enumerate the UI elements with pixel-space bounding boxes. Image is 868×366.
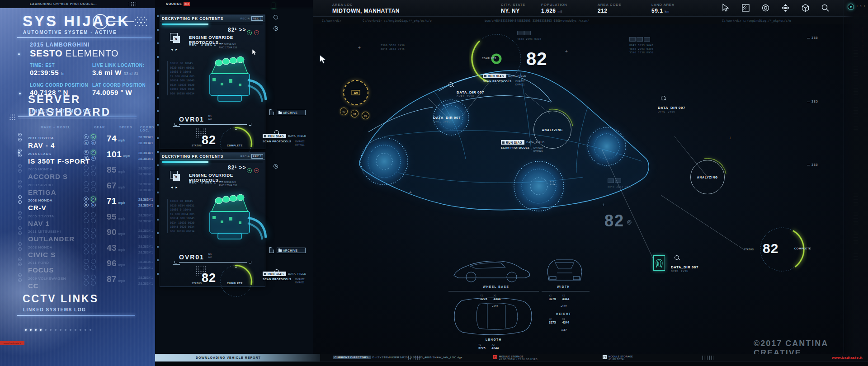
gold-node[interactable]: 86: [362, 112, 369, 119]
vehicle-schematics: WHEEL BASE Y23275 X24344 +137 WIDTH Y232…: [448, 254, 604, 353]
rec-line: REC - 3 SEC 1: [189, 43, 216, 46]
signal-icons: [18, 133, 22, 143]
signal-icons: [18, 211, 22, 221]
decrypt-column: DECRYPTING PK CONTENTS REC-A REC 1 82¹ >…: [155, 0, 313, 366]
table-row[interactable]: 2006 TOYOTANAV 1 95mph 28.3834'128.3834'…: [17, 211, 154, 227]
playback-controls[interactable]: ◂ ▸: [171, 185, 178, 189]
row-coords: 28.3834'128.3834'1: [138, 244, 153, 255]
search-icon[interactable]: [821, 4, 830, 12]
gold-node[interactable]: 98: [351, 110, 359, 117]
search-icon[interactable]: [274, 130, 280, 136]
table-row[interactable]: 2015 LEXUSIS 350T F-SPORT PDRN 101mph 28…: [17, 149, 154, 164]
table-row[interactable]: 2003 SUZUKIERTIGA 67mph 28.3834'128.3834…: [17, 180, 154, 196]
search-icon[interactable]: [661, 96, 666, 101]
cmd-mid: C:/work>dir s:/engineDiag./*_pkg/os/s/p: [363, 19, 432, 23]
playback-controls[interactable]: ◂ ▸: [171, 47, 178, 52]
gauge-value: 82: [526, 49, 547, 69]
schematic-side-view: [452, 257, 534, 284]
table-row[interactable]: 2008 HONDACIVIC S 43mph 28.3834'128.3834…: [17, 242, 154, 258]
length-values: Y23275 X24344: [478, 343, 499, 350]
gear-indicator[interactable]: PDRN: [84, 150, 97, 161]
gear-indicator[interactable]: [84, 165, 97, 176]
search-icon[interactable]: [675, 255, 680, 261]
minus-button[interactable]: −: [254, 30, 259, 35]
lat-label: LAT COORD POSITION: [92, 83, 146, 88]
gear-indicator[interactable]: [84, 259, 97, 270]
schematic-top-view: [452, 296, 534, 337]
ovr-label-block: OVR01 921022: [179, 115, 247, 125]
gear-indicator[interactable]: [84, 244, 97, 254]
data-field-label: DATA_FIELD: [288, 272, 306, 275]
target-icon[interactable]: [274, 26, 278, 31]
engine-xray-render: [197, 50, 274, 108]
row-speed: 95mph: [107, 212, 139, 222]
rec-a-tag: REC-A: [241, 17, 250, 20]
dot-grid-decoration: [9, 114, 16, 120]
cmd-left: C:/work>dir: [322, 19, 341, 23]
table-row[interactable]: 2009 VOLKSWAGENCC 87mph 28.3834'128.3834…: [17, 273, 154, 289]
gear-indicator[interactable]: [84, 275, 97, 286]
area-info-bar: AREA LOCMIDTOWN, MANHATTAN CITY, STATENY…: [313, 0, 868, 17]
download-strip: DOWNLOADING VEHICLE REPORT: [155, 354, 320, 361]
row-model: ACCORD S: [28, 173, 68, 180]
target-icon[interactable]: [274, 164, 278, 169]
data-block-decoration: 3396 5338 89308845 3833 9645: [381, 43, 412, 51]
rec-1-button[interactable]: REC 1: [251, 16, 263, 21]
document-icon[interactable]: [269, 247, 274, 253]
data-dir-label[interactable]: DATA_DIR 007OVR1 2V5U: [433, 116, 461, 123]
analyzing-ring: ANALYZING: [690, 160, 725, 194]
data-dir-label[interactable]: DATA_DIR 007OVR1 2V5U: [457, 90, 484, 98]
data-block-decoration: 8845 3833 9645: [608, 178, 639, 188]
a9-marker[interactable]: A9: [343, 80, 368, 105]
circle-icon[interactable]: [274, 15, 278, 19]
run-diag-button[interactable]: RUN DIAG: [501, 140, 524, 145]
search-icon[interactable]: [274, 269, 280, 275]
gear-indicator[interactable]: [84, 228, 97, 239]
gear-indicator[interactable]: [84, 181, 97, 192]
copy-arrow-icon: ↘: [174, 36, 178, 41]
move-tool-icon[interactable]: [781, 4, 790, 12]
fingerprint-icon[interactable]: [653, 255, 665, 271]
divider: [17, 315, 135, 316]
archive-button[interactable]: ARCHIVE: [277, 110, 306, 115]
table-row[interactable]: 2006 HONDAACCORD S 85mph 28.3834'128.383…: [17, 164, 154, 180]
tick-decoration: [408, 356, 420, 360]
archive-button[interactable]: ARCHIVE: [277, 248, 306, 253]
data-dir-label[interactable]: DATA_DIR 007OVR1 2V5U: [658, 106, 685, 113]
document-icon[interactable]: [269, 109, 274, 115]
run-diag-cluster: RUN DIAGDATA_FIELD SCAN PROTOCOLSOVR002O…: [263, 272, 311, 284]
run-diag-button[interactable]: RUN DIAG: [483, 74, 506, 78]
gear-indicator[interactable]: PDRN: [84, 134, 97, 145]
complete-label: COMPLETE: [794, 247, 811, 250]
target-icon[interactable]: [761, 4, 770, 12]
cube-3d-icon[interactable]: [801, 4, 810, 12]
scan-value-dim: 82 ◎: [604, 211, 632, 230]
status-ring-icon[interactable]: [848, 4, 854, 10]
gear-indicator[interactable]: [84, 212, 97, 223]
table-row[interactable]: 2008 HONDACR-V PDRN 71mph 28.3834'128.38…: [17, 195, 154, 211]
pagination-dots[interactable]: [25, 329, 91, 331]
crop-image-icon[interactable]: [741, 4, 750, 12]
table-row[interactable]: 2011 TOYOTARAV - 4 PDRN 74mph 28.3834'12…: [17, 133, 154, 149]
plus-button[interactable]: +: [247, 168, 252, 173]
plus-button[interactable]: +: [247, 30, 252, 35]
area-code-field: AREA CODE212: [598, 3, 622, 14]
panel-title: DECRYPTING PK CONTENTS: [162, 16, 241, 21]
gauge-value: 82: [202, 133, 216, 147]
rec-1-button[interactable]: REC 1: [251, 154, 263, 159]
storage-icon-white: [603, 355, 607, 359]
vehicle-model: SESTO ELEMENTO: [30, 48, 119, 59]
minus-button[interactable]: −: [254, 168, 259, 173]
ovr-sub: 921022: [208, 115, 212, 121]
search-icon[interactable]: [448, 82, 454, 88]
vehicle-scan-pane: AREA LOCMIDTOWN, MANHATTAN CITY, STATENY…: [313, 0, 868, 366]
data-dir-label[interactable]: DATA_DIR 007OVR1 2V5U: [671, 265, 698, 272]
divider: [18, 118, 137, 118]
row-model: IS 350T F-SPORT: [28, 157, 90, 165]
search-icon[interactable]: [550, 181, 555, 186]
table-row[interactable]: 2011 FORDFOCUS 96mph 28.3834'128.3834'1: [17, 258, 154, 273]
cursor-tool-icon[interactable]: [722, 4, 730, 12]
directory-label: CURRENT DIRECTORY:: [333, 356, 371, 359]
gold-node[interactable]: 90: [340, 108, 348, 115]
gear-indicator[interactable]: PDRN: [84, 197, 97, 207]
